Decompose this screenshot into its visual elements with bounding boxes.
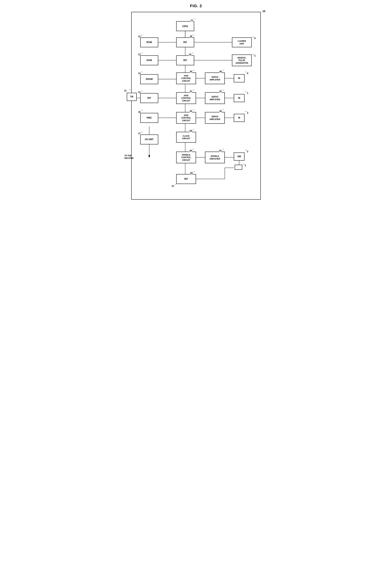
block-m50: M	[234, 74, 245, 82]
block-int18: INT	[176, 37, 194, 47]
block-scc: SPINDLE CONTROL CIRCUIT	[176, 152, 196, 163]
ref-62-arc: ⌒	[245, 150, 247, 152]
ref-15-arc: ⌒	[141, 90, 143, 93]
ref-13-arc: ⌒	[141, 53, 143, 55]
ref-11: 11	[191, 19, 193, 22]
ref-60-arc: ⌒	[193, 149, 194, 152]
ref-32-arc: ⌒	[193, 109, 194, 112]
block-int19: INT	[176, 55, 194, 65]
ref-16: 16	[138, 111, 140, 113]
block-pmc: PMC	[140, 113, 158, 123]
block-int15: INT	[140, 93, 158, 103]
ref-30-arc: ⌒	[193, 70, 194, 72]
ref-60: 60	[190, 150, 192, 152]
ref-61: 61	[219, 150, 222, 152]
ref-18: 18	[190, 35, 192, 38]
ref-31: 31	[190, 90, 192, 93]
ref-21: 21	[172, 185, 174, 187]
figure-title: FIG. 2	[131, 4, 261, 8]
ref-42: 42	[219, 110, 222, 112]
block-clk: CLOCK CIRCUIT	[176, 132, 196, 143]
ref-41-arc: ⌒	[222, 90, 224, 92]
page: FIG. 2 10	[131, 4, 261, 200]
block-sm62: SM	[234, 152, 245, 161]
block-m51: M	[234, 94, 245, 102]
ref-17: 17	[138, 132, 140, 135]
ref-32: 32	[190, 110, 192, 112]
ref-61-arc: ⌒	[222, 149, 224, 152]
ref-71-arc: ⌒	[252, 54, 254, 56]
diagram-outer-box: 10	[131, 12, 261, 200]
ref-19: 19	[189, 53, 191, 56]
diagram-inner: TR 72 ⌒ CPU 11 ⌒ ROM 12 ⌒ INT 18 ⌒ LCD/M…	[137, 18, 255, 194]
ref-65-arc: ⌒	[193, 129, 194, 132]
block-mpg: MANUAL PULSE GENERATOR	[232, 55, 252, 66]
ref-52-arc: ⌒	[245, 111, 247, 114]
ref-18-arc: ⌒	[193, 35, 194, 37]
block-iounit: I/O UNIT	[140, 135, 158, 144]
ref-12: 12	[138, 35, 140, 38]
block-lcdmdi: LCD/MDI UNIT	[232, 37, 252, 47]
ref-70-arc: ⌒	[252, 37, 254, 39]
ref-16-arc: ⌒	[141, 110, 143, 113]
ref-12-arc: ⌒	[141, 35, 143, 37]
block-sa40: SERVO AMPLIFIER	[205, 72, 225, 84]
ref-11-arc: ⌒	[194, 18, 196, 21]
ref-72: 72	[124, 90, 126, 92]
ref-65: 65	[190, 130, 192, 132]
ref-14: 14	[138, 72, 140, 75]
ref-41: 41	[219, 90, 222, 93]
to-the-machine-label: TO THE MACHINE	[125, 154, 134, 160]
block-tr: TR	[127, 93, 137, 101]
ref-40: 40	[219, 70, 222, 73]
ref-14-arc: ⌒	[141, 71, 143, 74]
block-63	[235, 165, 242, 170]
ref-30: 30	[190, 70, 192, 73]
block-ram: RAM	[140, 55, 158, 65]
ref-17-arc: ⌒	[141, 132, 143, 134]
block-sram: SRAM	[140, 74, 158, 84]
ref-50-arc: ⌒	[245, 71, 247, 74]
ref-10: 10	[262, 10, 266, 13]
ref-63-arc: ⌒	[243, 164, 245, 166]
block-acc30: AXIS CONTROL CIRCUIT	[176, 72, 196, 84]
block-acc31: AXIS CONTROL CIRCUIT	[176, 92, 196, 104]
ref-72-arc: ⌒	[129, 89, 131, 92]
block-acc32: AXIS CONTROL CIRCUIT	[176, 112, 196, 124]
ref-51-arc: ⌒	[245, 91, 247, 94]
svg-marker-25	[148, 155, 150, 158]
block-int20: INT	[176, 174, 196, 184]
block-m52: M	[234, 114, 245, 122]
ref-21-arc: ⌒	[175, 184, 176, 187]
block-sa42: SERVO AMPLIFIER	[205, 112, 225, 124]
ref-15: 15	[138, 91, 140, 94]
ref-19-arc: ⌒	[192, 53, 194, 55]
block-cpu: CPU	[176, 21, 194, 31]
block-spa61: SPINDLE AMPLIFIER	[205, 152, 225, 163]
block-rom: ROM	[140, 37, 158, 47]
ref-20: 20	[190, 172, 193, 174]
ref-13: 13	[138, 53, 140, 56]
ref-31-arc: ⌒	[193, 90, 194, 92]
block-sa41: SERVO AMPLIFIER	[205, 92, 225, 104]
ref-20-arc: ⌒	[193, 171, 195, 174]
ref-42-arc: ⌒	[222, 109, 224, 112]
ref-40-arc: ⌒	[222, 70, 224, 72]
